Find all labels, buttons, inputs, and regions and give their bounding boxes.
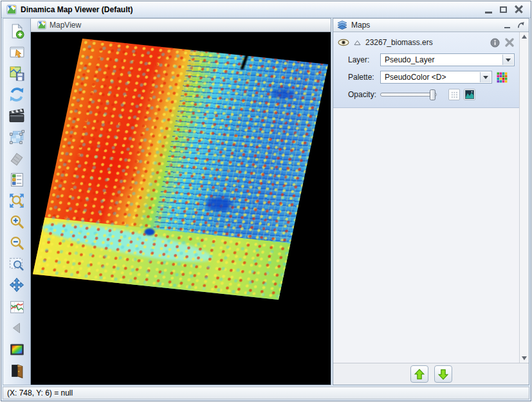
chevron-down-icon (480, 72, 491, 82)
pointer-hand-icon (9, 44, 25, 60)
maps-panel-header[interactable]: Maps (333, 19, 529, 32)
layer-select-value: Pseudo_Layer (385, 55, 434, 64)
zoom-in-icon (8, 214, 25, 230)
measure-tool-button[interactable] (5, 148, 29, 169)
panel-scrollbar[interactable] (519, 32, 529, 363)
layer-remove-button[interactable] (504, 38, 515, 47)
zoom-window-button[interactable] (5, 254, 29, 275)
zoom-out-icon (8, 235, 25, 251)
layer-visibility-toggle[interactable] (338, 39, 349, 46)
layer-collapse-toggle[interactable] (354, 40, 361, 46)
titlebar[interactable]: Dinamica Map Viewer (Default) (1, 1, 531, 18)
remove-layer-icon (504, 38, 515, 47)
select-region-button[interactable] (5, 127, 29, 147)
mapview-tab-icon (37, 21, 46, 30)
scroll-up-button[interactable] (521, 34, 528, 39)
close-window-button[interactable] (515, 5, 523, 14)
triangle-down-icon (522, 356, 527, 360)
zoom-extent-icon (8, 192, 25, 209)
save-map-view-button[interactable] (5, 63, 29, 84)
color-palette-button[interactable] (5, 339, 29, 360)
histogram-button[interactable] (464, 89, 475, 100)
maps-panel-title: Maps (351, 21, 370, 30)
app-icon (6, 5, 17, 15)
legend-button[interactable] (5, 169, 29, 190)
palette-select[interactable]: PseudoColor <D> (380, 71, 492, 84)
chevron-down-icon (502, 55, 513, 65)
zoom-window-icon (8, 256, 25, 273)
chart-icon (9, 299, 25, 315)
maps-panel: Maps (333, 18, 529, 385)
clapperboard-icon (8, 107, 25, 124)
map-view-panel: MapView (31, 18, 331, 385)
layer-order-toolbar (333, 363, 529, 385)
minimize-panel-button[interactable] (504, 27, 510, 29)
app-window: Dinamica Map Viewer (Default) (1, 1, 531, 401)
palette-grid-icon (497, 72, 508, 83)
opacity-slider[interactable] (380, 93, 437, 96)
zoom-full-extent-button[interactable] (5, 190, 29, 211)
histogram-image-icon (465, 90, 474, 99)
toolbar (3, 18, 31, 385)
back-arrow-icon (9, 320, 24, 336)
layer-list: 23267_biomass.ers (333, 32, 519, 363)
edit-palette-button[interactable] (497, 72, 508, 83)
new-map-view-button[interactable] (5, 21, 29, 41)
green-arrow-up-icon (414, 369, 425, 380)
tab-mapview[interactable]: MapView (31, 19, 87, 32)
dotted-grid-icon (451, 91, 458, 98)
pan-arrows-icon (8, 277, 25, 294)
layer-name: 23267_biomass.ers (365, 38, 486, 47)
map-canvas[interactable] (31, 32, 331, 385)
layer-card: 23267_biomass.ers (333, 32, 519, 108)
refresh-button[interactable] (5, 84, 29, 105)
collapse-triangle-icon (354, 40, 361, 46)
layers-icon (337, 21, 347, 30)
float-panel-button[interactable] (517, 21, 525, 30)
move-layer-up-button[interactable] (410, 365, 428, 383)
profile-chart-button[interactable] (5, 297, 29, 317)
color-palette-icon (9, 342, 25, 358)
layer-select[interactable]: Pseudo_Layer (380, 53, 515, 66)
window-title: Dinamica Map Viewer (Default) (21, 5, 133, 14)
legend-list-icon (9, 172, 25, 188)
save-map-icon (9, 66, 25, 82)
maximize-window-button[interactable] (500, 6, 507, 13)
palette-select-value: PseudoColor <D> (385, 73, 446, 82)
eye-icon (338, 39, 349, 46)
status-bar: (X: 748, Y: 6) = null (3, 387, 529, 399)
pan-button[interactable] (5, 275, 29, 296)
cursor-coordinates: (X: 748, Y: 6) = null (7, 388, 73, 397)
selection-grid-icon (8, 129, 25, 145)
animation-button[interactable] (5, 105, 29, 126)
select-tool-button[interactable] (5, 42, 29, 62)
zoom-in-button[interactable] (5, 212, 29, 232)
new-document-icon (9, 23, 25, 39)
raster-image (33, 39, 328, 300)
triangle-up-icon (522, 35, 527, 39)
scroll-down-button[interactable] (521, 356, 528, 361)
info-icon (490, 38, 500, 48)
layer-field-label: Layer: (348, 55, 380, 64)
opacity-slider-thumb[interactable] (430, 89, 436, 100)
minimize-window-button[interactable] (485, 12, 492, 14)
door-icon (9, 363, 25, 379)
exit-button[interactable] (5, 360, 29, 381)
map-tabbar: MapView (31, 19, 331, 32)
move-layer-down-button[interactable] (434, 365, 452, 383)
zoom-out-button[interactable] (5, 233, 29, 253)
layer-info-button[interactable] (490, 38, 500, 48)
palette-field-label: Palette: (348, 73, 380, 82)
measure-icon (8, 150, 25, 167)
transparency-grid-button[interactable] (448, 89, 460, 100)
green-arrow-down-icon (437, 369, 449, 380)
refresh-icon (8, 86, 25, 103)
tab-mapview-label: MapView (50, 21, 81, 30)
opacity-field-label: Opacity: (348, 90, 380, 99)
back-button[interactable] (5, 318, 29, 338)
